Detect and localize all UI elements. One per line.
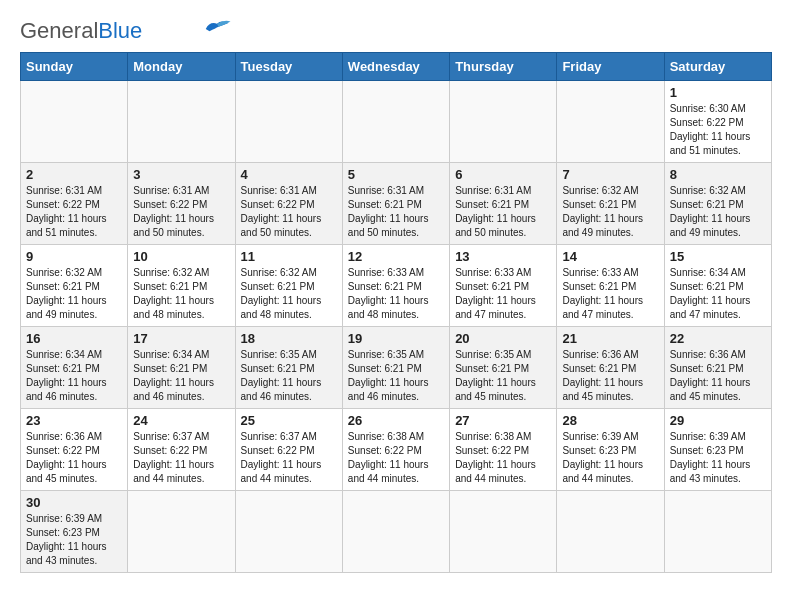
day-number: 22 [670, 331, 766, 346]
calendar-cell [128, 81, 235, 163]
calendar-cell: 4Sunrise: 6:31 AM Sunset: 6:22 PM Daylig… [235, 163, 342, 245]
calendar-cell [557, 491, 664, 573]
day-info: Sunrise: 6:34 AM Sunset: 6:21 PM Dayligh… [670, 266, 766, 322]
calendar-cell: 8Sunrise: 6:32 AM Sunset: 6:21 PM Daylig… [664, 163, 771, 245]
day-info: Sunrise: 6:33 AM Sunset: 6:21 PM Dayligh… [455, 266, 551, 322]
day-info: Sunrise: 6:32 AM Sunset: 6:21 PM Dayligh… [241, 266, 337, 322]
day-number: 25 [241, 413, 337, 428]
page-header: GeneralBlue [20, 20, 772, 42]
day-number: 10 [133, 249, 229, 264]
day-number: 16 [26, 331, 122, 346]
calendar-cell: 1Sunrise: 6:30 AM Sunset: 6:22 PM Daylig… [664, 81, 771, 163]
calendar-cell: 26Sunrise: 6:38 AM Sunset: 6:22 PM Dayli… [342, 409, 449, 491]
day-info: Sunrise: 6:38 AM Sunset: 6:22 PM Dayligh… [348, 430, 444, 486]
calendar-cell: 14Sunrise: 6:33 AM Sunset: 6:21 PM Dayli… [557, 245, 664, 327]
day-info: Sunrise: 6:33 AM Sunset: 6:21 PM Dayligh… [348, 266, 444, 322]
day-number: 2 [26, 167, 122, 182]
day-number: 28 [562, 413, 658, 428]
day-number: 15 [670, 249, 766, 264]
day-info: Sunrise: 6:33 AM Sunset: 6:21 PM Dayligh… [562, 266, 658, 322]
day-info: Sunrise: 6:32 AM Sunset: 6:21 PM Dayligh… [562, 184, 658, 240]
day-info: Sunrise: 6:32 AM Sunset: 6:21 PM Dayligh… [133, 266, 229, 322]
calendar-cell [342, 81, 449, 163]
calendar-cell: 25Sunrise: 6:37 AM Sunset: 6:22 PM Dayli… [235, 409, 342, 491]
day-number: 4 [241, 167, 337, 182]
calendar-cell: 23Sunrise: 6:36 AM Sunset: 6:22 PM Dayli… [21, 409, 128, 491]
calendar-cell [235, 81, 342, 163]
day-number: 1 [670, 85, 766, 100]
day-number: 11 [241, 249, 337, 264]
day-of-week-header: Wednesday [342, 53, 449, 81]
calendar-header-row: SundayMondayTuesdayWednesdayThursdayFrid… [21, 53, 772, 81]
day-info: Sunrise: 6:35 AM Sunset: 6:21 PM Dayligh… [241, 348, 337, 404]
calendar-cell: 6Sunrise: 6:31 AM Sunset: 6:21 PM Daylig… [450, 163, 557, 245]
day-info: Sunrise: 6:38 AM Sunset: 6:22 PM Dayligh… [455, 430, 551, 486]
day-number: 27 [455, 413, 551, 428]
day-of-week-header: Sunday [21, 53, 128, 81]
day-info: Sunrise: 6:32 AM Sunset: 6:21 PM Dayligh… [670, 184, 766, 240]
calendar-cell: 18Sunrise: 6:35 AM Sunset: 6:21 PM Dayli… [235, 327, 342, 409]
day-of-week-header: Saturday [664, 53, 771, 81]
calendar-cell: 2Sunrise: 6:31 AM Sunset: 6:22 PM Daylig… [21, 163, 128, 245]
logo: GeneralBlue [20, 20, 232, 42]
day-info: Sunrise: 6:31 AM Sunset: 6:21 PM Dayligh… [348, 184, 444, 240]
calendar-cell: 29Sunrise: 6:39 AM Sunset: 6:23 PM Dayli… [664, 409, 771, 491]
calendar-cell: 7Sunrise: 6:32 AM Sunset: 6:21 PM Daylig… [557, 163, 664, 245]
calendar-table: SundayMondayTuesdayWednesdayThursdayFrid… [20, 52, 772, 573]
calendar-cell: 5Sunrise: 6:31 AM Sunset: 6:21 PM Daylig… [342, 163, 449, 245]
day-info: Sunrise: 6:34 AM Sunset: 6:21 PM Dayligh… [26, 348, 122, 404]
day-number: 23 [26, 413, 122, 428]
day-info: Sunrise: 6:34 AM Sunset: 6:21 PM Dayligh… [133, 348, 229, 404]
calendar-week-row: 30Sunrise: 6:39 AM Sunset: 6:23 PM Dayli… [21, 491, 772, 573]
logo-text: GeneralBlue [20, 20, 142, 42]
day-info: Sunrise: 6:36 AM Sunset: 6:22 PM Dayligh… [26, 430, 122, 486]
day-info: Sunrise: 6:36 AM Sunset: 6:21 PM Dayligh… [670, 348, 766, 404]
calendar-cell [450, 81, 557, 163]
calendar-cell [557, 81, 664, 163]
day-number: 19 [348, 331, 444, 346]
day-number: 14 [562, 249, 658, 264]
calendar-cell: 19Sunrise: 6:35 AM Sunset: 6:21 PM Dayli… [342, 327, 449, 409]
day-number: 9 [26, 249, 122, 264]
day-info: Sunrise: 6:35 AM Sunset: 6:21 PM Dayligh… [348, 348, 444, 404]
logo-bird-icon [202, 17, 232, 37]
day-info: Sunrise: 6:31 AM Sunset: 6:21 PM Dayligh… [455, 184, 551, 240]
day-info: Sunrise: 6:32 AM Sunset: 6:21 PM Dayligh… [26, 266, 122, 322]
day-number: 20 [455, 331, 551, 346]
calendar-cell: 21Sunrise: 6:36 AM Sunset: 6:21 PM Dayli… [557, 327, 664, 409]
day-number: 13 [455, 249, 551, 264]
day-of-week-header: Friday [557, 53, 664, 81]
calendar-cell: 11Sunrise: 6:32 AM Sunset: 6:21 PM Dayli… [235, 245, 342, 327]
day-info: Sunrise: 6:36 AM Sunset: 6:21 PM Dayligh… [562, 348, 658, 404]
calendar-cell [450, 491, 557, 573]
calendar-cell: 15Sunrise: 6:34 AM Sunset: 6:21 PM Dayli… [664, 245, 771, 327]
calendar-cell: 27Sunrise: 6:38 AM Sunset: 6:22 PM Dayli… [450, 409, 557, 491]
calendar-cell: 9Sunrise: 6:32 AM Sunset: 6:21 PM Daylig… [21, 245, 128, 327]
calendar-cell: 22Sunrise: 6:36 AM Sunset: 6:21 PM Dayli… [664, 327, 771, 409]
calendar-cell [342, 491, 449, 573]
day-info: Sunrise: 6:35 AM Sunset: 6:21 PM Dayligh… [455, 348, 551, 404]
day-number: 7 [562, 167, 658, 182]
day-number: 8 [670, 167, 766, 182]
calendar-cell: 13Sunrise: 6:33 AM Sunset: 6:21 PM Dayli… [450, 245, 557, 327]
day-number: 5 [348, 167, 444, 182]
calendar-cell: 20Sunrise: 6:35 AM Sunset: 6:21 PM Dayli… [450, 327, 557, 409]
calendar-cell: 16Sunrise: 6:34 AM Sunset: 6:21 PM Dayli… [21, 327, 128, 409]
day-info: Sunrise: 6:39 AM Sunset: 6:23 PM Dayligh… [670, 430, 766, 486]
calendar-week-row: 2Sunrise: 6:31 AM Sunset: 6:22 PM Daylig… [21, 163, 772, 245]
calendar-cell: 10Sunrise: 6:32 AM Sunset: 6:21 PM Dayli… [128, 245, 235, 327]
day-info: Sunrise: 6:37 AM Sunset: 6:22 PM Dayligh… [133, 430, 229, 486]
calendar-cell: 3Sunrise: 6:31 AM Sunset: 6:22 PM Daylig… [128, 163, 235, 245]
day-of-week-header: Thursday [450, 53, 557, 81]
day-of-week-header: Monday [128, 53, 235, 81]
day-info: Sunrise: 6:39 AM Sunset: 6:23 PM Dayligh… [562, 430, 658, 486]
calendar-cell: 24Sunrise: 6:37 AM Sunset: 6:22 PM Dayli… [128, 409, 235, 491]
calendar-cell [21, 81, 128, 163]
day-info: Sunrise: 6:39 AM Sunset: 6:23 PM Dayligh… [26, 512, 122, 568]
day-number: 17 [133, 331, 229, 346]
calendar-cell: 28Sunrise: 6:39 AM Sunset: 6:23 PM Dayli… [557, 409, 664, 491]
day-info: Sunrise: 6:31 AM Sunset: 6:22 PM Dayligh… [133, 184, 229, 240]
calendar-cell: 17Sunrise: 6:34 AM Sunset: 6:21 PM Dayli… [128, 327, 235, 409]
day-info: Sunrise: 6:30 AM Sunset: 6:22 PM Dayligh… [670, 102, 766, 158]
day-number: 29 [670, 413, 766, 428]
